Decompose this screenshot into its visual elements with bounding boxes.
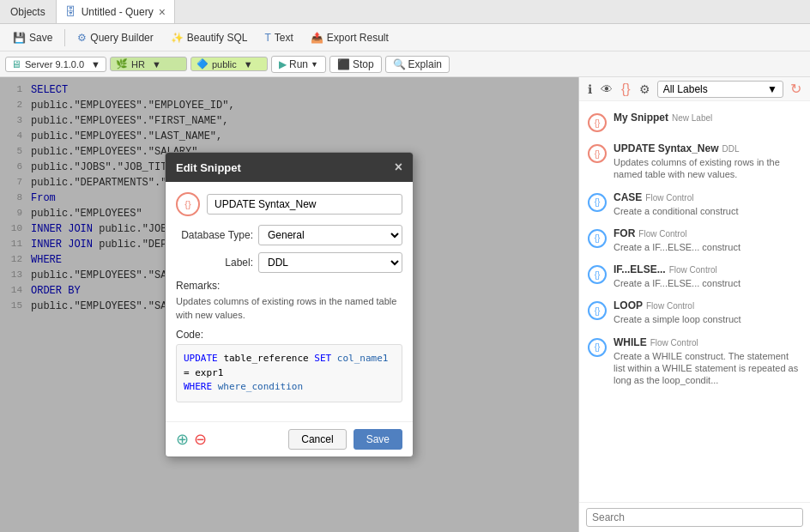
schema-selector[interactable]: 🌿 HR ▼ xyxy=(110,57,187,71)
modal-title: Edit Snippet xyxy=(176,161,241,174)
expr: = expr1 xyxy=(184,367,223,378)
add-icon[interactable]: ⊕ xyxy=(176,430,189,449)
schema-icon: 🌿 xyxy=(116,58,128,70)
right-top-bar: ℹ 👁 {} ⚙ All Labels ▼ ↻ xyxy=(579,77,810,101)
code-icon[interactable]: {} xyxy=(620,80,632,99)
objects-tab[interactable]: Objects xyxy=(0,0,57,23)
objects-tab-label: Objects xyxy=(10,6,45,18)
snippet-badge: Flow Control xyxy=(638,229,686,239)
snippet-icon: {} xyxy=(588,144,607,163)
modal-buttons: Cancel Save xyxy=(288,429,402,450)
remarks-text: Updates columns of existing rows in the … xyxy=(176,295,402,322)
snippet-info: My SnippetNew Label xyxy=(614,112,801,124)
snippet-icon: {} xyxy=(588,113,607,132)
snippet-info: LOOPFlow Control Create a simple loop co… xyxy=(614,299,801,325)
run-button[interactable]: ▶ Run ▼ xyxy=(271,56,326,73)
remarks-label: Remarks: xyxy=(176,280,402,292)
kw-where: WHERE xyxy=(184,381,212,392)
close-tab-icon[interactable]: × xyxy=(159,5,166,19)
label-row: Label: DDL xyxy=(176,252,402,273)
db-type-label: Database Type: xyxy=(176,229,253,241)
kw-update: UPDATE xyxy=(184,353,218,364)
snippet-desc: Create a IF...ELSE... construct xyxy=(614,241,801,253)
kw-set: SET xyxy=(314,353,331,364)
remove-icon[interactable]: ⊖ xyxy=(194,430,207,449)
snippet-badge: New Label xyxy=(672,113,712,123)
remarks-section: Remarks: Updates columns of existing row… xyxy=(176,280,402,322)
snippet-badge: Flow Control xyxy=(645,193,693,203)
snippet-icon: {} xyxy=(588,265,607,284)
snippet-modal-icon: {} xyxy=(176,192,200,216)
snippet-title: CASEFlow Control xyxy=(614,191,801,203)
snippet-desc: Updates columns of existing rows in the … xyxy=(614,156,801,181)
where-cond: where_condition xyxy=(218,381,303,392)
snippet-badge: Flow Control xyxy=(669,265,717,275)
stop-icon: ⬛ xyxy=(337,58,350,70)
query-tab[interactable]: 🗄 Untitled - Query × xyxy=(57,0,175,23)
snippet-desc: Create a IF...ELSE... construct xyxy=(614,277,801,289)
curly-icon: {} xyxy=(184,199,190,209)
snippet-desc: Create a WHILE construct. The statement … xyxy=(614,350,801,387)
list-item[interactable]: {} FORFlow Control Create a IF...ELSE...… xyxy=(579,222,810,258)
info-icon[interactable]: ℹ xyxy=(586,81,594,98)
right-panel: ℹ 👁 {} ⚙ All Labels ▼ ↻ {} My SnippetNew… xyxy=(578,77,810,532)
explain-icon: 🔍 xyxy=(393,58,406,70)
snippet-badge: Flow Control xyxy=(650,338,698,348)
snippet-icon: {} xyxy=(588,338,607,357)
cancel-button[interactable]: Cancel xyxy=(288,429,346,450)
snippet-title: UPDATE Syntax_NewDDL xyxy=(614,142,801,154)
explain-button[interactable]: 🔍 Explain xyxy=(385,56,450,73)
query-tab-label: Untitled - Query xyxy=(82,6,154,18)
chevron-down-icon2: ▼ xyxy=(152,59,161,70)
export-button[interactable]: 📤 Export Result xyxy=(303,29,396,46)
search-input[interactable] xyxy=(586,508,803,527)
query-builder-button[interactable]: ⚙ Query Builder xyxy=(70,29,160,46)
list-item[interactable]: {} IF...ELSE...Flow Control Create a IF.… xyxy=(579,258,810,294)
search-bar xyxy=(579,502,810,532)
list-item[interactable]: {} UPDATE Syntax_NewDDL Updates columns … xyxy=(579,137,810,186)
modal-overlay: Edit Snippet × {} Database Type: General xyxy=(0,77,578,532)
text-button[interactable]: T Text xyxy=(257,29,300,46)
label-select[interactable]: DDL xyxy=(258,252,402,273)
list-item[interactable]: {} My SnippetNew Label xyxy=(579,106,810,137)
db-type-select[interactable]: General xyxy=(258,225,402,245)
run-dropdown-icon: ▼ xyxy=(311,60,318,69)
code-preview: UPDATE table_reference SET col_name1 = e… xyxy=(176,344,402,402)
preview-icon[interactable]: 👁 xyxy=(599,81,614,98)
refresh-icon[interactable]: ↻ xyxy=(789,79,803,99)
chevron-down-icon: ▼ xyxy=(91,59,100,70)
qb-icon: ⚙ xyxy=(77,32,87,44)
sep1 xyxy=(64,29,65,46)
snippet-icon: {} xyxy=(588,301,607,320)
label-label: Label: xyxy=(176,257,253,269)
text-icon: T xyxy=(264,32,270,44)
beautify-button[interactable]: ✨ Beautify SQL xyxy=(163,29,256,46)
snippet-info: WHILEFlow Control Create a WHILE constru… xyxy=(614,336,801,387)
snippet-title: FORFlow Control xyxy=(614,227,801,239)
modal-header: Edit Snippet × xyxy=(166,153,413,182)
snippet-name-input[interactable] xyxy=(207,194,402,215)
snippet-info: CASEFlow Control Create a conditional co… xyxy=(614,191,801,217)
gear-icon[interactable]: ⚙ xyxy=(638,81,652,98)
export-icon: 📤 xyxy=(311,32,323,44)
list-item[interactable]: {} LOOPFlow Control Create a simple loop… xyxy=(579,294,810,330)
save-icon: 💾 xyxy=(13,32,26,44)
save-button[interactable]: 💾 Save xyxy=(5,29,60,46)
stop-button[interactable]: ⬛ Stop xyxy=(329,56,382,73)
save-button-modal[interactable]: Save xyxy=(354,429,402,450)
modal-close-icon[interactable]: × xyxy=(395,160,402,175)
snippet-badge: Flow Control xyxy=(646,301,694,311)
edit-snippet-modal: Edit Snippet × {} Database Type: General xyxy=(165,152,414,456)
bottom-icons: ⊕ ⊖ xyxy=(176,430,207,449)
db-icon2: 🔷 xyxy=(196,58,209,70)
snippet-title: My SnippetNew Label xyxy=(614,112,801,124)
db-selector[interactable]: 🔷 public ▼ xyxy=(190,57,268,71)
snippet-title: LOOPFlow Control xyxy=(614,299,801,311)
snippet-badge: DDL xyxy=(722,144,739,154)
server-selector[interactable]: 🖥 Server 9.1.0.0 ▼ xyxy=(5,57,106,72)
list-item[interactable]: {} WHILEFlow Control Create a WHILE cons… xyxy=(579,331,810,392)
list-item[interactable]: {} CASEFlow Control Create a conditional… xyxy=(579,186,810,222)
snippet-icon: {} xyxy=(588,229,607,248)
snippet-info: FORFlow Control Create a IF...ELSE... co… xyxy=(614,227,801,253)
labels-dropdown[interactable]: All Labels ▼ xyxy=(657,81,783,98)
